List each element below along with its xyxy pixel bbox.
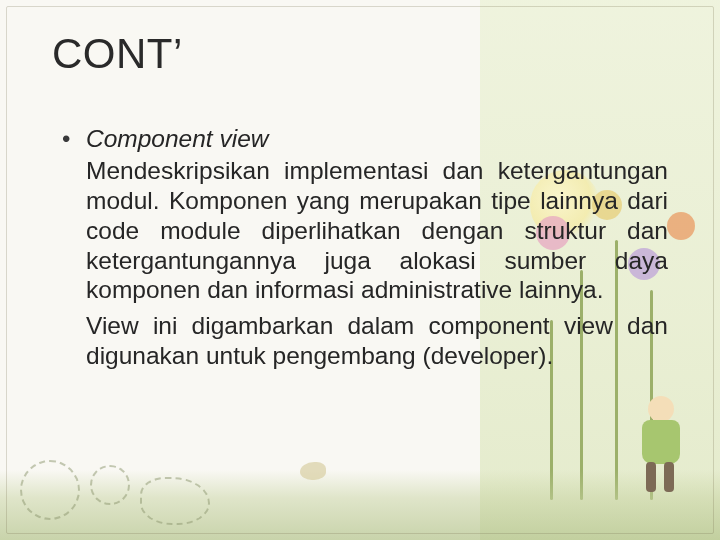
bullet-list: Component view Mendeskripsikan implement… <box>52 124 668 371</box>
slide-title: CONT’ <box>52 30 668 78</box>
slide-content: CONT’ Component view Mendeskripsikan imp… <box>0 0 720 540</box>
bullet-paragraph: Mendeskripsikan implementasi dan keterga… <box>86 156 668 305</box>
bullet-paragraph: View ini digambarkan dalam component vie… <box>86 311 668 371</box>
slide-body: Component view Mendeskripsikan implement… <box>52 124 668 371</box>
bullet-item: Component view Mendeskripsikan implement… <box>56 124 668 371</box>
bullet-heading: Component view <box>86 124 668 154</box>
